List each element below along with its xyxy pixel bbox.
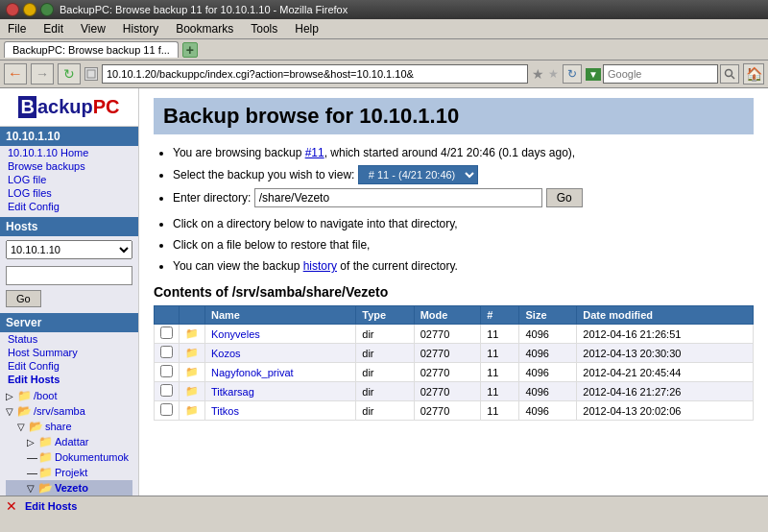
edit-hosts-link[interactable]: Edit Hosts — [25, 500, 77, 512]
row-size-cell: 4096 — [519, 382, 577, 401]
tree-item-boot[interactable]: ▷ 📁 /boot — [6, 388, 132, 403]
tree-toggle-share[interactable]: ▽ — [17, 422, 27, 432]
sidebar-link-browse[interactable]: Browse backups — [0, 159, 138, 173]
tree-item-projekt[interactable]: — 📁 Projekt — [6, 465, 132, 480]
back-button[interactable]: ← — [4, 63, 27, 85]
row-name-cell: Konyveles — [205, 325, 356, 344]
sidebar-link-editconfig[interactable]: Edit Config — [0, 200, 138, 213]
tree-link-adattar[interactable]: Adattar — [55, 436, 88, 447]
address-input[interactable] — [102, 64, 528, 84]
menu-help[interactable]: Help — [291, 21, 323, 36]
tab-main[interactable]: BackupPC: Browse backup 11 f... — [4, 41, 179, 58]
row-folder-icon-cell: 📁 — [180, 382, 205, 401]
reload-button[interactable]: ↻ — [58, 63, 81, 85]
tree-toggle-vezeto[interactable]: ▽ — [27, 483, 36, 494]
row-checkbox[interactable] — [160, 384, 173, 397]
sidebar-link-editconfig2[interactable]: Edit Config — [0, 359, 138, 373]
sidebar-hosts-header: Hosts — [0, 217, 138, 236]
menu-view[interactable]: View — [77, 21, 109, 36]
search-engine-btn[interactable]: ▼ — [586, 68, 601, 81]
maximize-button[interactable] — [40, 3, 54, 16]
backup-number-link[interactable]: #11 — [305, 146, 324, 159]
tree-item-srvsamba[interactable]: ▽ 📂 /srv/samba — [6, 403, 132, 419]
col-mode: Mode — [414, 306, 481, 325]
row-folder-icon-cell: 📁 — [180, 401, 205, 421]
file-table: Name Type Mode # Size Date modified 📁 Ko… — [154, 305, 754, 421]
row-checkbox-cell — [155, 363, 180, 382]
info-click-dir: Click on a directory below to navigate i… — [173, 215, 754, 232]
sidebar-link-hostsummary[interactable]: Host Summary — [0, 346, 138, 359]
row-size-cell: 4096 — [519, 363, 577, 382]
go-button[interactable]: Go — [546, 188, 583, 207]
sidebar-link-logs[interactable]: LOG files — [0, 186, 138, 200]
new-tab-button[interactable]: + — [182, 42, 198, 58]
tree-toggle-boot[interactable]: ▷ — [6, 391, 15, 401]
folder-icon-dokumentumok: 📁 — [38, 450, 53, 464]
row-date-cell: 2012-04-16 21:27:26 — [577, 382, 754, 401]
contents-title: Contents of /srv/samba/share/Vezeto — [154, 284, 754, 300]
tree-link-boot[interactable]: /boot — [34, 390, 57, 401]
tree-item-adattar[interactable]: ▷ 📁 Adattar — [6, 434, 132, 449]
tree-toggle-srvsamba[interactable]: ▽ — [6, 406, 15, 417]
row-checkbox[interactable] — [160, 326, 173, 339]
tree-toggle-adattar[interactable]: ▷ — [27, 437, 36, 447]
tree-item-vezeto[interactable]: ▽ 📂 Vezeto — [6, 480, 132, 496]
tree-link-srvsamba[interactable]: /srv/samba — [34, 405, 85, 417]
directory-input[interactable] — [254, 188, 542, 207]
row-type-cell: dir — [356, 401, 414, 421]
search-submit-button[interactable] — [720, 64, 739, 84]
menu-file[interactable]: File — [4, 21, 30, 36]
row-num-cell: 11 — [481, 401, 519, 421]
folder-icon-vezeto: 📂 — [38, 481, 53, 495]
menu-tools[interactable]: Tools — [247, 21, 281, 36]
svg-line-2 — [732, 76, 734, 79]
bookmark-star2-icon: ★ — [548, 67, 559, 81]
search-input[interactable] — [603, 64, 718, 84]
row-checkbox[interactable] — [160, 403, 173, 416]
col-date: Date modified — [577, 306, 754, 325]
close-button[interactable] — [6, 3, 19, 16]
info-browsing: You are browsing backup #11, which start… — [173, 144, 754, 161]
host-dropdown[interactable]: 10.10.1.10 — [6, 240, 132, 259]
row-checkbox[interactable] — [160, 365, 173, 377]
tree-link-projekt[interactable]: Projekt — [55, 467, 87, 478]
row-name-cell: Titkos — [205, 401, 356, 421]
sidebar-host-header: 10.10.1.10 — [0, 127, 138, 146]
menu-bookmarks[interactable]: Bookmarks — [172, 21, 237, 36]
sidebar-link-home[interactable]: 10.10.1.10 Home — [0, 146, 138, 159]
status-close-icon[interactable]: ✕ — [6, 498, 17, 514]
forward-button[interactable]: → — [31, 63, 54, 85]
stop-button[interactable]: ↻ — [563, 64, 582, 84]
folder-icon-adattar: 📁 — [38, 435, 53, 448]
backup-dropdown[interactable]: # 11 - (4/21 20:46) — [358, 165, 478, 184]
menu-bar: File Edit View History Bookmarks Tools H… — [0, 19, 768, 39]
row-name-link[interactable]: Kozos — [211, 348, 241, 359]
menu-history[interactable]: History — [119, 21, 162, 36]
menu-edit[interactable]: Edit — [39, 21, 67, 36]
tree-link-vezeto[interactable]: Vezeto — [55, 482, 88, 494]
bookmark-star-icon[interactable]: ★ — [532, 66, 544, 82]
home-button[interactable]: 🏠 — [743, 63, 764, 85]
row-name-link[interactable]: Titkarsag — [211, 386, 254, 398]
tree-link-dokumentumok[interactable]: Dokumentumok — [55, 451, 129, 463]
tree-item-share[interactable]: ▽ 📂 share — [6, 419, 132, 434]
minimize-button[interactable] — [23, 3, 36, 16]
history-link[interactable]: history — [303, 259, 337, 273]
folder-icon: 📁 — [185, 327, 199, 339]
row-checkbox[interactable] — [160, 346, 173, 358]
row-name-link[interactable]: Titkos — [211, 405, 239, 417]
row-name-link[interactable]: Nagyfonok_privat — [211, 367, 294, 378]
tree-item-dokumentumok[interactable]: — 📁 Dokumentumok — [6, 449, 132, 465]
sidebar-link-status[interactable]: Status — [0, 332, 138, 346]
sidebar-link-edithosts[interactable]: Edit Hosts — [0, 373, 138, 386]
row-name-cell: Kozos — [205, 344, 356, 363]
sidebar-link-log[interactable]: LOG file — [0, 173, 138, 186]
page-title: Backup browse for 10.10.1.10 — [154, 98, 754, 134]
folder-icon-boot: 📁 — [17, 389, 32, 402]
sidebar-dir-input[interactable] — [6, 266, 132, 285]
sidebar-go-button[interactable]: Go — [6, 290, 41, 307]
row-type-cell: dir — [356, 382, 414, 401]
tree-link-share[interactable]: share — [45, 421, 72, 432]
row-name-link[interactable]: Konyveles — [211, 328, 260, 340]
row-num-cell: 11 — [481, 363, 519, 382]
